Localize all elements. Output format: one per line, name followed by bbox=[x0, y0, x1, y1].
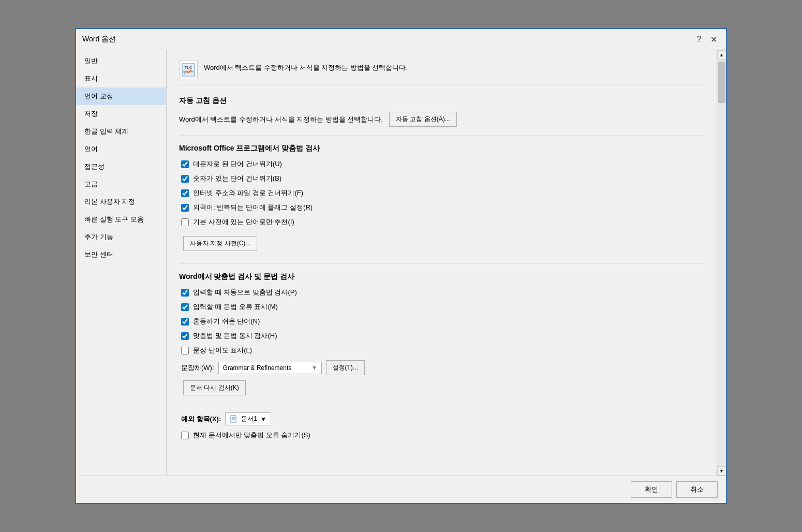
exceptions-option-0: 현재 문서에서만 맞춤법 오류 숨기기(S) bbox=[179, 431, 704, 440]
autocorrect-options-button[interactable]: 자동 고침 옵션(A)... bbox=[389, 112, 457, 127]
recheck-row: 문서 다시 검사(K) bbox=[183, 380, 704, 395]
spelling-checkbox-3[interactable] bbox=[181, 204, 189, 212]
spelling-label-4[interactable]: 기본 사전에 있는 단어로만 추천(I) bbox=[193, 217, 294, 227]
word-checkbox-0[interactable] bbox=[181, 289, 189, 297]
spelling-checkbox-2[interactable] bbox=[181, 189, 189, 197]
sidebar-item-addins[interactable]: 추가 기능 bbox=[76, 228, 166, 246]
word-option-1: 입력할 때 문법 오류 표시(M) bbox=[179, 302, 704, 312]
exceptions-doc-value: 문서1 bbox=[241, 415, 257, 423]
spelling-checkbox-4[interactable] bbox=[181, 218, 189, 226]
word-option-4: 문장 난이도 표시(L) bbox=[179, 346, 704, 355]
word-label-3[interactable]: 맞춤법 및 문법 동시 검사(H) bbox=[193, 331, 277, 341]
spelling-label-3[interactable]: 외국어: 반복되는 단어에 플래그 설정(R) bbox=[193, 203, 313, 212]
divider-2 bbox=[179, 263, 704, 264]
sidebar-item-lang2[interactable]: 언어 bbox=[76, 140, 166, 158]
exceptions-dropdown-arrow: ▼ bbox=[260, 416, 266, 423]
spelling-label-0[interactable]: 대문자로 된 단어 건너뛰기(U) bbox=[193, 159, 282, 169]
settings-button[interactable]: 설정(T)... bbox=[326, 360, 365, 375]
autocorrect-desc: Word에서 텍스트를 수정하거나 서식을 지정하는 방법을 선택합니다. bbox=[179, 115, 383, 124]
word-option-2: 혼동하기 쉬운 단어(N) bbox=[179, 317, 704, 326]
scroll-track[interactable] bbox=[717, 60, 726, 466]
custom-dict-button[interactable]: 사용자 지정 사전(C)... bbox=[183, 236, 257, 251]
exceptions-row: 예외 항목(X): 문서1 ▼ bbox=[179, 412, 704, 425]
exceptions-label-0[interactable]: 현재 문서에서만 맞춤법 오류 숨기기(S) bbox=[193, 431, 310, 440]
word-checkbox-1[interactable] bbox=[181, 303, 189, 311]
word-options-dialog: Word 옵션 ? ✕ 일반 표시 언어 교정 저장 한글 입력 체계 언어 접… bbox=[75, 28, 727, 504]
word-label-0[interactable]: 입력할 때 자동으로 맞춤법 검사(P) bbox=[193, 288, 297, 297]
spelling-option-4: 기본 사전에 있는 단어로만 추천(I) bbox=[179, 217, 704, 227]
spelling-checkbox-0[interactable] bbox=[181, 160, 189, 168]
sidebar-item-general[interactable]: 일반 bbox=[76, 52, 166, 70]
autocorrect-section-title: 자동 고침 옵션 bbox=[179, 96, 704, 106]
dialog-body: 일반 표시 언어 교정 저장 한글 입력 체계 언어 접근성 고급 리본 사용자… bbox=[76, 50, 726, 476]
title-bar: Word 옵션 ? ✕ bbox=[76, 29, 726, 50]
word-checkbox-4[interactable] bbox=[181, 347, 189, 354]
sidebar-item-save[interactable]: 저장 bbox=[76, 105, 166, 123]
spelling-label-2[interactable]: 인터넷 주소와 파일 경로 건너뛰기(F) bbox=[193, 188, 303, 198]
sidebar-item-ribbon[interactable]: 리본 사용자 지정 bbox=[76, 193, 166, 211]
autocorrect-icon: TLC bbox=[179, 61, 198, 79]
sidebar-item-language[interactable]: 한글 입력 체계 bbox=[76, 123, 166, 140]
doc-icon bbox=[230, 415, 238, 423]
word-label-2[interactable]: 혼동하기 쉬운 단어(N) bbox=[193, 317, 260, 326]
writing-style-label: 문장체(W): bbox=[181, 363, 214, 373]
divider-3 bbox=[179, 404, 704, 404]
svg-text:TLC: TLC bbox=[184, 65, 192, 70]
spelling-option-1: 숫자가 있는 단어 건너뛰기(B) bbox=[179, 174, 704, 183]
spelling-option-2: 인터넷 주소와 파일 경로 건너뛰기(F) bbox=[179, 188, 704, 198]
dialog-title: Word 옵션 bbox=[82, 35, 116, 44]
spelling-section-title: Microsoft Office 프로그램에서 맞춤법 검사 bbox=[179, 144, 704, 153]
confirm-button[interactable]: 확인 bbox=[631, 481, 672, 498]
sidebar: 일반 표시 언어 교정 저장 한글 입력 체계 언어 접근성 고급 리본 사용자… bbox=[76, 50, 167, 476]
word-label-4[interactable]: 문장 난이도 표시(L) bbox=[193, 346, 252, 355]
writing-style-dropdown[interactable]: Grammar & Refinements ▼ bbox=[218, 362, 322, 374]
help-button[interactable]: ? bbox=[693, 33, 705, 46]
sidebar-item-display[interactable]: 표시 bbox=[76, 70, 166, 87]
spelling-option-3: 외국어: 반복되는 단어에 플래그 설정(R) bbox=[179, 203, 704, 212]
autocorrect-desc-row: Word에서 텍스트를 수정하거나 서식을 지정하는 방법을 선택합니다. 자동… bbox=[179, 112, 704, 127]
word-checkbox-3[interactable] bbox=[181, 332, 189, 340]
scrollbar[interactable]: ▲ ▼ bbox=[717, 50, 726, 476]
exceptions-label: 예외 항목(X): bbox=[181, 415, 221, 424]
divider-1 bbox=[179, 135, 704, 136]
dropdown-arrow-icon: ▼ bbox=[312, 365, 317, 371]
header-description: Word에서 텍스트를 수정하거나 서식을 지정하는 방법을 선택합니다. bbox=[204, 61, 408, 73]
close-button[interactable]: ✕ bbox=[707, 33, 720, 46]
spelling-checkbox-1[interactable] bbox=[181, 175, 189, 183]
scroll-thumb[interactable] bbox=[718, 62, 725, 103]
title-bar-left: Word 옵션 bbox=[82, 35, 116, 44]
word-option-3: 맞춤법 및 문법 동시 검사(H) bbox=[179, 331, 704, 341]
dialog-footer: 확인 취소 bbox=[76, 476, 726, 503]
main-content: TLC Word에서 텍스트를 수정하거나 서식을 지정하는 방법을 선택합니다… bbox=[167, 50, 717, 476]
header-section: TLC Word에서 텍스트를 수정하거나 서식을 지정하는 방법을 선택합니다… bbox=[179, 61, 704, 86]
sidebar-item-qat[interactable]: 빠른 실행 도구 모음 bbox=[76, 211, 166, 228]
cancel-button[interactable]: 취소 bbox=[676, 481, 718, 498]
exceptions-doc-dropdown[interactable]: 문서1 ▼ bbox=[225, 412, 271, 425]
word-option-0: 입력할 때 자동으로 맞춤법 검사(P) bbox=[179, 288, 704, 297]
title-bar-right: ? ✕ bbox=[693, 33, 720, 46]
spelling-label-1[interactable]: 숫자가 있는 단어 건너뛰기(B) bbox=[193, 174, 281, 183]
recheck-button[interactable]: 문서 다시 검사(K) bbox=[183, 380, 246, 395]
writing-style-row: 문장체(W): Grammar & Refinements ▼ 설정(T)... bbox=[179, 360, 704, 375]
sidebar-item-trustcenter[interactable]: 보안 센터 bbox=[76, 246, 166, 263]
word-checkbox-2[interactable] bbox=[181, 318, 189, 326]
writing-style-value: Grammar & Refinements bbox=[223, 364, 292, 372]
exceptions-checkbox-0[interactable] bbox=[181, 432, 189, 439]
scroll-down-button[interactable]: ▼ bbox=[717, 466, 726, 476]
sidebar-item-proofing[interactable]: 언어 교정 bbox=[76, 87, 166, 105]
sidebar-item-accessibility[interactable]: 접근성 bbox=[76, 158, 166, 175]
sidebar-item-advanced[interactable]: 고급 bbox=[76, 175, 166, 193]
custom-dict-wrapper: 사용자 지정 사전(C)... ➤ bbox=[183, 236, 257, 251]
spelling-option-0: 대문자로 된 단어 건너뛰기(U) bbox=[179, 159, 704, 169]
scroll-up-button[interactable]: ▲ bbox=[717, 50, 726, 60]
word-section-title: Word에서 맞춤법 검사 및 문법 검사 bbox=[179, 272, 704, 282]
word-label-1[interactable]: 입력할 때 문법 오류 표시(M) bbox=[193, 302, 278, 312]
